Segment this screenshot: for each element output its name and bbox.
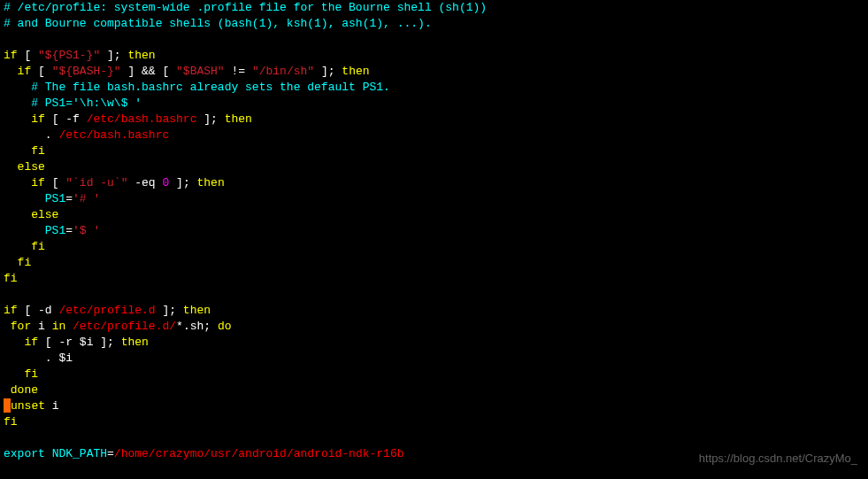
path-literal: /etc/profile.d/ (73, 320, 176, 333)
code-line: # The file bash.bashrc already sets the … (4, 80, 868, 96)
code-line: if [ "${BASH-}" ] && [ "$BASH" != "/bin/… (4, 64, 868, 80)
comment-text: # PS1='\h:\w\$ ' (31, 97, 142, 110)
string-literal: "${PS1-}" (38, 49, 100, 62)
string-literal: '# ' (73, 192, 100, 205)
keyword-fi: fi (24, 367, 38, 381)
code-line: # and Bourne compatible shells (bash(1),… (4, 16, 868, 32)
variable-ref: $i (58, 352, 73, 365)
code-line: if [ "${PS1-}" ]; then (4, 48, 868, 64)
code-line: else (4, 207, 868, 223)
code-line: done (4, 382, 868, 398)
keyword-fi: fi (18, 256, 32, 269)
keyword-do: do (218, 320, 232, 333)
string-literal: "`id -u`" (65, 176, 127, 189)
path-literal: /etc/profile.d (58, 304, 155, 317)
keyword-for: for (11, 320, 31, 333)
code-line (4, 32, 868, 48)
comment-text: # /etc/profile: system-wide .profile fil… (4, 1, 487, 14)
string-literal: "/bin/sh" (252, 65, 314, 78)
keyword-if: if (4, 304, 18, 317)
keyword-if: if (24, 336, 38, 349)
code-line: fi (4, 143, 868, 159)
keyword-then: then (342, 65, 369, 78)
keyword-then: then (183, 304, 211, 317)
string-literal: '$ ' (73, 224, 100, 237)
comment-text: # and Bourne compatible shells (bash(1),… (4, 17, 432, 30)
keyword-fi: fi (31, 144, 45, 158)
variable-ref: $i (80, 336, 94, 349)
keyword-if: if (4, 49, 18, 62)
code-line: else (4, 159, 868, 175)
path-literal: /etc/bash.bashrc (58, 128, 169, 142)
code-line: for i in /etc/profile.d/*.sh; do (4, 319, 868, 335)
code-line: if [ -d /etc/profile.d ]; then (4, 303, 868, 319)
terminal-editor[interactable]: # /etc/profile: system-wide .profile fil… (4, 0, 868, 462)
code-line: . $i (4, 351, 868, 367)
code-line: # /etc/profile: system-wide .profile fil… (4, 0, 868, 16)
code-line: if [ -f /etc/bash.bashrc ]; then (4, 112, 868, 127)
path-literal: /home/crazymo/usr/android/android-ndk-r1… (114, 447, 404, 460)
string-literal: "${BASH-}" (52, 65, 121, 78)
keyword-export: export (4, 447, 45, 460)
code-line: PS1='$ ' (4, 223, 868, 239)
keyword-unset: unset (11, 399, 45, 413)
cursor-block (4, 398, 11, 413)
code-line: . /etc/bash.bashrc (4, 127, 868, 143)
code-line: fi (4, 367, 868, 382)
code-line: PS1='# ' (4, 191, 868, 207)
keyword-fi: fi (4, 415, 18, 429)
keyword-if: if (31, 112, 45, 126)
keyword-fi: fi (4, 272, 18, 285)
keyword-if: if (18, 65, 32, 78)
keyword-fi: fi (31, 240, 45, 253)
keyword-else: else (31, 208, 58, 221)
keyword-then: then (121, 336, 149, 349)
keyword-if: if (31, 176, 45, 189)
code-line: if [ "`id -u`" -eq 0 ]; then (4, 175, 868, 191)
keyword-then: then (225, 112, 252, 126)
watermark-text: https://blog.csdn.net/CrazyMo_ (699, 451, 857, 467)
variable-name: NDK_PATH (52, 447, 107, 460)
code-line: if [ -r $i ]; then (4, 335, 868, 351)
keyword-then: then (197, 176, 225, 189)
code-line: fi (4, 239, 868, 255)
path-literal: /etc/bash.bashrc (87, 112, 197, 126)
code-line: unset i (4, 398, 868, 414)
keyword-done: done (11, 383, 38, 397)
code-line (4, 430, 868, 446)
keyword-then: then (127, 49, 155, 62)
keyword-in: in (52, 320, 66, 333)
string-literal: "$BASH" (176, 65, 225, 78)
code-line (4, 287, 868, 303)
code-line: fi (4, 255, 868, 271)
variable-name: PS1 (45, 224, 65, 237)
code-line: fi (4, 271, 868, 287)
keyword-else: else (18, 160, 45, 174)
code-line: fi (4, 414, 868, 430)
code-line: # PS1='\h:\w\$ ' (4, 96, 868, 112)
variable-name: PS1 (45, 192, 65, 205)
comment-text: # The file bash.bashrc already sets the … (31, 81, 390, 94)
